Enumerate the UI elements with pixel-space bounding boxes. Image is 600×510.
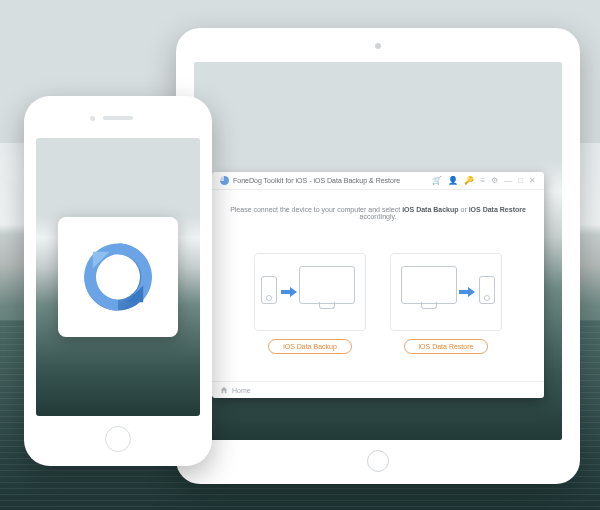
window-title: FoneDog Toolkit for iOS - iOS Data Backu… xyxy=(233,177,400,184)
phone-camera xyxy=(90,116,95,121)
cart-icon[interactable]: 🛒 xyxy=(432,177,442,185)
phone-screen xyxy=(36,138,200,416)
instruction-prefix: Please connect the device to your comput… xyxy=(230,206,402,213)
home-icon[interactable] xyxy=(220,386,228,394)
settings-icon[interactable]: ⚙ xyxy=(491,177,498,185)
tablet-home-button[interactable] xyxy=(367,450,389,472)
monitor-icon xyxy=(401,266,457,304)
instruction-mid: or xyxy=(459,206,469,213)
close-icon[interactable]: ✕ xyxy=(529,177,536,185)
restore-illustration xyxy=(390,253,502,331)
phone-frame xyxy=(24,96,212,466)
phone-speaker xyxy=(103,116,133,120)
tablet-camera xyxy=(375,43,381,49)
monitor-icon xyxy=(299,266,355,304)
instruction-bold-restore: iOS Data Restore xyxy=(469,206,526,213)
promo-scene: FoneDog Toolkit for iOS - iOS Data Backu… xyxy=(0,0,600,510)
arrow-right-icon xyxy=(281,287,297,297)
key-icon[interactable]: 🔑 xyxy=(464,177,474,185)
restore-button[interactable]: iOS Data Restore xyxy=(404,339,489,354)
arrow-right-icon xyxy=(459,287,475,297)
tablet-screen: FoneDog Toolkit for iOS - iOS Data Backu… xyxy=(194,62,562,440)
sync-logo-icon xyxy=(76,235,160,319)
backup-button[interactable]: iOS Data Backup xyxy=(268,339,352,354)
app-logo-icon xyxy=(220,176,229,185)
phone-icon xyxy=(261,276,277,304)
options-row: iOS Data Backup iOS Data Restore xyxy=(212,224,544,381)
app-window: FoneDog Toolkit for iOS - iOS Data Backu… xyxy=(212,172,544,398)
app-footer: Home xyxy=(212,381,544,398)
user-icon[interactable]: 👤 xyxy=(448,177,458,185)
backup-illustration xyxy=(254,253,366,331)
titlebar-controls: 🛒 👤 🔑 ≡ ⚙ — □ ✕ xyxy=(432,177,536,185)
instruction-suffix: accordingly. xyxy=(360,213,397,220)
instruction-text: Please connect the device to your comput… xyxy=(212,190,544,224)
menu-icon[interactable]: ≡ xyxy=(480,177,485,185)
footer-home-label[interactable]: Home xyxy=(232,387,251,394)
instruction-bold-backup: iOS Data Backup xyxy=(402,206,458,213)
maximize-icon[interactable]: □ xyxy=(518,177,523,185)
window-title-wrap: FoneDog Toolkit for iOS - iOS Data Backu… xyxy=(220,176,400,185)
titlebar: FoneDog Toolkit for iOS - iOS Data Backu… xyxy=(212,172,544,190)
phone-icon xyxy=(479,276,495,304)
option-backup: iOS Data Backup xyxy=(254,253,366,354)
phone-home-button[interactable] xyxy=(105,426,131,452)
minimize-icon[interactable]: — xyxy=(504,177,512,185)
app-tile[interactable] xyxy=(58,217,178,337)
tablet-frame: FoneDog Toolkit for iOS - iOS Data Backu… xyxy=(176,28,580,484)
option-restore: iOS Data Restore xyxy=(390,253,502,354)
